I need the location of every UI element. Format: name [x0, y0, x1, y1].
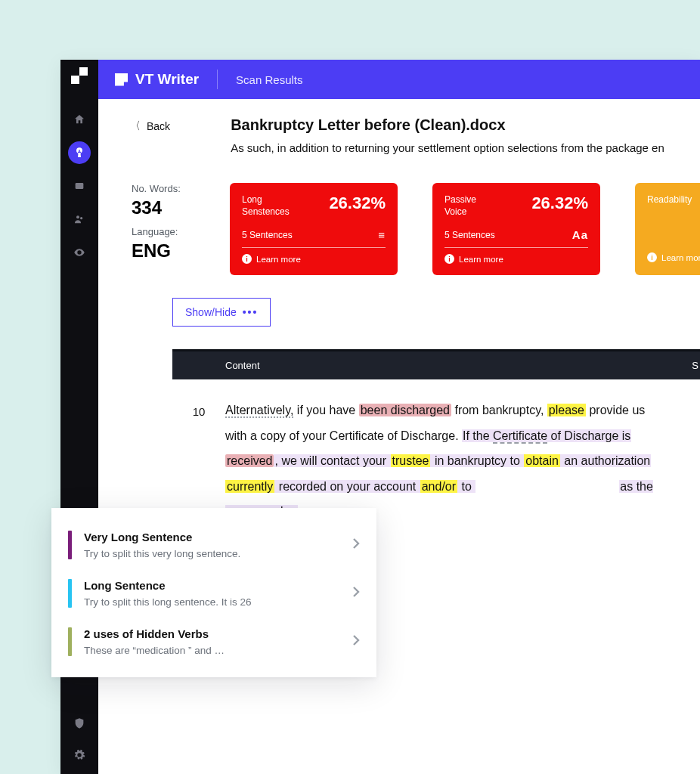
words-label: No. Words:	[132, 183, 200, 194]
header: VT Writer Scan Results	[98, 60, 700, 99]
document-title: Bankruptcy Letter before (Clean).docx	[231, 116, 664, 134]
metric-cards: Long Senstences 26.32% 5 Sentences ≡ i L…	[230, 183, 700, 275]
back-button[interactable]: 〈 Back	[130, 119, 170, 133]
col-right: S	[692, 360, 698, 371]
chevron-right-icon	[352, 634, 360, 649]
row-number: 10	[172, 398, 225, 525]
chevron-right-icon	[352, 537, 360, 553]
brand: VT Writer	[115, 71, 199, 88]
nav-shield-icon[interactable]	[68, 712, 91, 735]
card-meta: 5 Sentences	[242, 230, 293, 240]
header-divider	[217, 70, 218, 89]
nav-visibility-icon[interactable]	[68, 241, 91, 264]
suggestion-title: Very Long Sentence	[84, 531, 340, 543]
card-pct: 26.32%	[531, 194, 588, 213]
suggestion-item[interactable]: 2 uses of Hidden Verbs These are “medica…	[68, 620, 360, 664]
show-hide-button[interactable]: Show/Hide •••	[172, 298, 271, 327]
row-content: Alternatively, if you have been discharg…	[225, 398, 686, 525]
suggestion-subtitle: These are “medication ” and …	[84, 645, 340, 656]
severity-stripe	[68, 579, 72, 608]
svg-point-1	[76, 215, 79, 218]
show-hide-label: Show/Hide	[185, 306, 237, 318]
brand-icon	[115, 73, 128, 86]
dots-icon: •••	[243, 306, 259, 318]
card-passive-voice[interactable]: Passive Voice 26.32% 5 Sentences Aa i Le…	[432, 183, 600, 275]
chevron-left-icon: 〈	[130, 119, 141, 133]
list-lines-icon: ≡	[378, 228, 386, 241]
card-long-sentences[interactable]: Long Senstences 26.32% 5 Sentences ≡ i L…	[230, 183, 398, 275]
card-title: Long Senstences	[242, 194, 290, 218]
chevron-right-icon	[352, 586, 360, 601]
font-aa-icon: Aa	[572, 228, 588, 241]
severity-stripe	[68, 627, 72, 656]
page-content: 〈 Back Bankruptcy Letter before (Clean).…	[98, 99, 700, 543]
document-subtitle: As such, in addition to returning your s…	[231, 141, 664, 154]
app-logo-icon	[71, 67, 88, 84]
nav-docs-icon[interactable]	[68, 175, 91, 197]
words-value: 334	[132, 197, 200, 218]
info-icon: i	[444, 254, 454, 264]
table-header: Content S	[172, 349, 700, 379]
card-learn-more[interactable]: i Learn more	[242, 254, 386, 264]
page-title: Scan Results	[236, 73, 302, 86]
suggestions-popup: Very Long Sentence Try to split this ver…	[51, 508, 376, 677]
card-readability[interactable]: Readability i Learn more	[635, 183, 700, 275]
card-learn-more[interactable]: i Learn more	[444, 254, 588, 264]
suggestion-subtitle: Try to split this very long sentence.	[84, 548, 340, 559]
card-title: Passive Voice	[444, 194, 476, 218]
lang-label: Language:	[132, 226, 200, 237]
back-label: Back	[147, 120, 170, 132]
nav-scan-icon[interactable]	[68, 141, 91, 164]
summary-stats: No. Words: 334 Language: ENG	[132, 183, 200, 275]
nav-home-icon[interactable]	[68, 108, 91, 131]
nav-settings-icon[interactable]	[68, 744, 91, 766]
suggestion-item[interactable]: Long Sentence Try to split this long sen…	[68, 571, 360, 615]
svg-rect-0	[76, 183, 84, 189]
severity-stripe	[68, 531, 72, 559]
svg-point-2	[80, 217, 82, 219]
brand-label: VT Writer	[135, 71, 199, 88]
card-title: Readability	[647, 194, 692, 206]
suggestion-title: 2 uses of Hidden Verbs	[84, 627, 340, 640]
suggestion-title: Long Sentence	[84, 579, 340, 592]
card-pct: 26.32%	[329, 194, 386, 213]
suggestion-subtitle: Try to split this long sentence. It is 2…	[84, 596, 340, 608]
lang-value: ENG	[132, 240, 200, 262]
card-learn-more[interactable]: i Learn more	[647, 252, 700, 262]
info-icon: i	[647, 252, 657, 262]
info-icon: i	[242, 254, 252, 264]
col-content: Content	[225, 360, 260, 371]
suggestion-item[interactable]: Very Long Sentence Try to split this ver…	[68, 523, 360, 567]
nav-users-icon[interactable]	[68, 208, 91, 231]
card-meta: 5 Sentences	[444, 230, 495, 240]
